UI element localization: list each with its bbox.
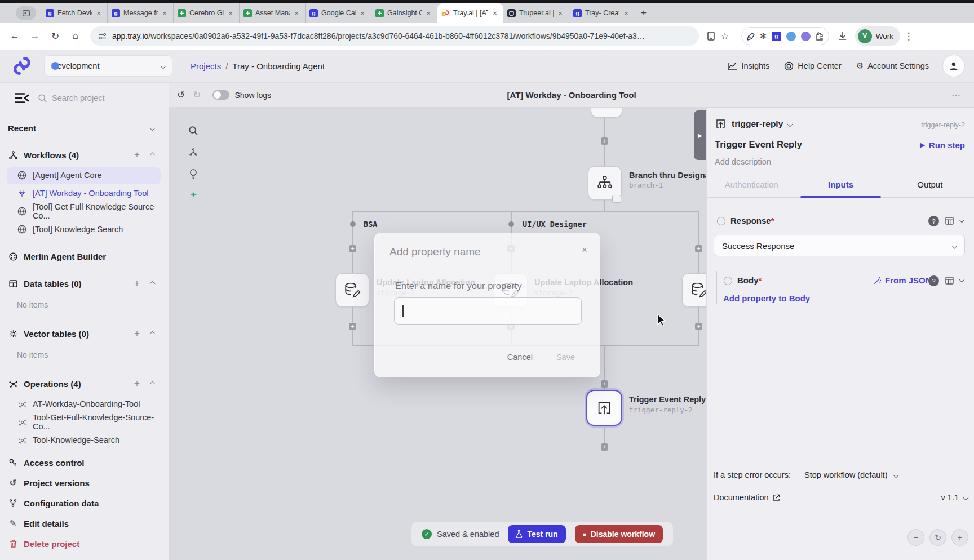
save-button-disabled[interactable]: Save bbox=[556, 353, 575, 362]
sidebar-item-delete-project[interactable]: Delete project bbox=[0, 536, 169, 552]
insights-link[interactable]: Insights bbox=[728, 61, 769, 70]
address-bar[interactable]: app.tray.io/workspaces/0a0902a6-a532-49f… bbox=[90, 26, 699, 46]
step-selector[interactable]: trigger-reply bbox=[732, 119, 792, 129]
storage-node-right[interactable] bbox=[682, 273, 706, 307]
add-step-plus[interactable]: + bbox=[695, 323, 702, 330]
canvas-hint-icon[interactable] bbox=[186, 166, 201, 181]
help-center-link[interactable]: Help Center bbox=[784, 61, 841, 71]
add-step-plus[interactable]: + bbox=[601, 137, 608, 145]
chevron-up-icon[interactable] bbox=[150, 381, 156, 386]
sidebar-item-operation[interactable]: Tool-Knowledge-Search bbox=[0, 432, 169, 448]
sidebar-item-project-versions[interactable]: ↺ Project versions bbox=[0, 475, 169, 491]
sidebar-item-workflow[interactable]: [Agent] Agent Core bbox=[0, 167, 169, 183]
password-pen-extension-icon[interactable] bbox=[746, 32, 755, 41]
sidebar-item-workflow[interactable]: [Tool] Get Full Knowledge Source Co... bbox=[0, 203, 169, 219]
workflow-node-partial[interactable] bbox=[591, 108, 622, 118]
browser-profile-chip[interactable]: V Work bbox=[855, 26, 900, 46]
tab-close-icon[interactable]: × bbox=[424, 9, 433, 17]
add-step-plus[interactable]: + bbox=[695, 245, 702, 252]
tab-authentication[interactable]: Authentication bbox=[707, 174, 796, 197]
response-select[interactable]: Success Response bbox=[714, 235, 965, 256]
chevron-up-icon[interactable] bbox=[150, 152, 156, 158]
add-workflow-button[interactable]: + bbox=[134, 149, 140, 161]
vector-tables-section-header[interactable]: Vector tables (0) bbox=[24, 329, 89, 339]
workflows-section-header[interactable]: Workflows (4) bbox=[24, 150, 79, 160]
send-to-device-icon[interactable] bbox=[707, 32, 715, 41]
add-property-to-body-link[interactable]: Add property to Body bbox=[723, 294, 810, 303]
sidebar-item-operation[interactable]: AT-Workday-Onboarding-Tool bbox=[0, 396, 169, 412]
sidebar-item-edit-details[interactable]: ✎ Edit details bbox=[0, 515, 169, 531]
modal-close-icon[interactable]: × bbox=[582, 245, 587, 256]
chevron-down-icon[interactable] bbox=[959, 277, 965, 283]
browser-tab[interactable]: gTray- Create Ca× bbox=[569, 3, 635, 23]
project-search[interactable] bbox=[38, 94, 148, 103]
grid-view-icon[interactable] bbox=[945, 277, 954, 285]
data-tables-section-header[interactable]: Data tables (0) bbox=[24, 279, 82, 288]
zoom-reset-button[interactable]: ↻ bbox=[929, 529, 946, 546]
cancel-button[interactable]: Cancel bbox=[507, 353, 533, 362]
sidebar-item-workflow[interactable]: [Tool] Knowledge Search bbox=[0, 221, 169, 237]
tab-close-icon[interactable]: × bbox=[490, 9, 499, 17]
add-description-link[interactable]: Add description bbox=[715, 157, 771, 166]
add-step-plus[interactable]: + bbox=[349, 245, 356, 252]
tray-logo[interactable] bbox=[11, 55, 33, 77]
trigger-event-reply-node[interactable] bbox=[586, 390, 622, 426]
sidebar-item-configuration-data[interactable]: Configuration data bbox=[0, 495, 169, 511]
tab-output[interactable]: Output bbox=[886, 174, 974, 197]
tab-close-icon[interactable]: × bbox=[292, 9, 301, 17]
sidebar-item-operation[interactable]: Tool-Get-Full-Knowledge-Source-Co... bbox=[0, 414, 169, 430]
purple-extension-icon[interactable] bbox=[801, 32, 811, 41]
storage-node-2[interactable] bbox=[335, 273, 369, 307]
flower-gear-extension-icon[interactable]: ✻ bbox=[760, 32, 767, 41]
downloads-icon[interactable] bbox=[838, 32, 847, 41]
disable-workflow-button[interactable]: ■ Disable workflow bbox=[575, 525, 663, 543]
chevron-down-icon[interactable] bbox=[150, 125, 156, 131]
sidebar-item-workflow-selected[interactable]: [AT] Workday - Onboarding Tool bbox=[0, 185, 169, 201]
add-step-plus[interactable]: + bbox=[349, 323, 356, 330]
breadcrumb-projects-link[interactable]: Projects bbox=[191, 61, 221, 71]
glean-extension-icon[interactable]: g bbox=[772, 32, 781, 41]
browser-tab-active[interactable]: Tray.ai | [AT] Wor× bbox=[437, 3, 503, 23]
search-input[interactable] bbox=[52, 94, 148, 103]
chevron-up-icon[interactable] bbox=[150, 281, 156, 286]
documentation-link[interactable]: Documentation bbox=[714, 493, 780, 502]
workflow-canvas[interactable]: ✦ + Branch thru Designa branch-1 − BSA U… bbox=[169, 108, 706, 560]
error-behavior-select[interactable]: Stop workflow (default) bbox=[804, 470, 898, 479]
browser-tab[interactable]: gMessage from G× bbox=[108, 3, 174, 23]
back-button[interactable]: ← bbox=[5, 30, 25, 42]
tab-inputs[interactable]: Inputs bbox=[796, 174, 885, 197]
test-run-button[interactable]: Test run bbox=[508, 525, 565, 543]
operations-section-header[interactable]: Operations (4) bbox=[24, 379, 81, 389]
zoom-out-button[interactable]: − bbox=[907, 529, 924, 546]
new-tab-button[interactable]: + bbox=[641, 7, 647, 19]
tab-close-icon[interactable]: × bbox=[622, 9, 631, 17]
extensions-puzzle-icon[interactable] bbox=[816, 32, 824, 41]
reload-button[interactable]: ↻ bbox=[45, 30, 65, 42]
version-select[interactable]: v 1.1 bbox=[941, 493, 968, 502]
tab-search-button[interactable] bbox=[16, 6, 36, 20]
response-radio[interactable] bbox=[717, 217, 725, 225]
home-button[interactable]: ⌂ bbox=[65, 30, 86, 42]
tab-close-icon[interactable]: × bbox=[556, 9, 565, 17]
account-settings-link[interactable]: ⚙Account Settings bbox=[856, 61, 929, 71]
run-step-button[interactable]: ▶ Run step bbox=[920, 140, 965, 150]
add-data-table-button[interactable]: + bbox=[134, 278, 140, 289]
add-vector-table-button[interactable]: + bbox=[134, 328, 140, 339]
environment-selector[interactable]: Development bbox=[44, 55, 172, 77]
zoom-in-button[interactable]: + bbox=[951, 529, 968, 546]
help-icon[interactable]: ? bbox=[928, 216, 939, 226]
browser-tab[interactable]: Cerebro Glean M× bbox=[174, 3, 240, 23]
chevron-down-icon[interactable] bbox=[959, 217, 965, 223]
forward-button[interactable]: → bbox=[25, 30, 45, 42]
user-avatar[interactable] bbox=[942, 55, 965, 77]
tab-close-icon[interactable]: × bbox=[226, 9, 235, 17]
canvas-search-icon[interactable] bbox=[186, 123, 201, 138]
tab-close-icon[interactable]: × bbox=[358, 9, 367, 17]
sidebar-collapse-icon[interactable] bbox=[15, 92, 29, 104]
sidebar-item-merlin[interactable]: Merlin Agent Builder bbox=[0, 248, 169, 264]
canvas-ai-sparkle-icon[interactable]: ✦ bbox=[186, 188, 201, 202]
help-icon[interactable]: ? bbox=[928, 275, 939, 286]
canvas-map-icon[interactable] bbox=[186, 145, 201, 159]
property-name-input[interactable] bbox=[394, 297, 582, 325]
chevron-up-icon[interactable] bbox=[150, 331, 156, 336]
